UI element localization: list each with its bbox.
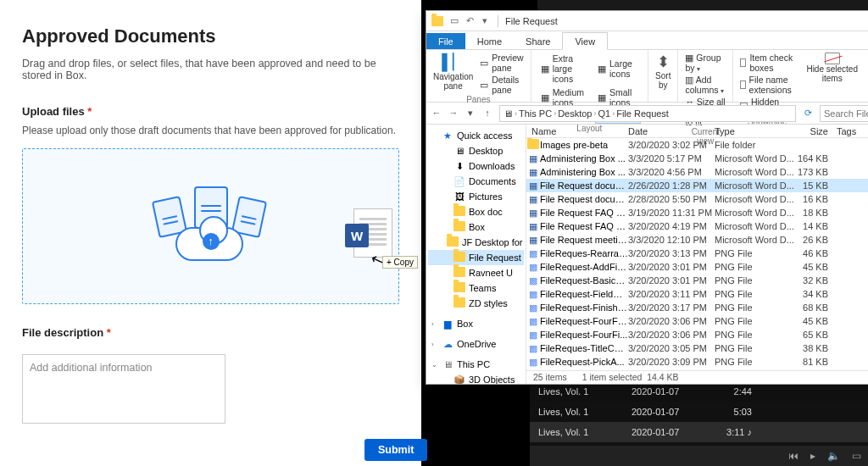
tab-share[interactable]: Share bbox=[514, 33, 562, 49]
box-file-request-page: Approved Documents Drag and drop files, … bbox=[0, 0, 421, 466]
table-row[interactable]: ▩FileReques-TitleCha...3/20/2020 3:05 PM… bbox=[526, 341, 868, 355]
sort-by-button[interactable]: ⬍ Sort by bbox=[655, 53, 670, 90]
breadcrumb[interactable]: 🖥› This PC› Desktop› Q1› File Request bbox=[499, 105, 796, 122]
vis-icon[interactable]: ▭ bbox=[852, 450, 861, 462]
nav-recent-icon[interactable]: ▾ bbox=[464, 108, 477, 119]
ribbon-tabs: File Home Share View bbox=[426, 31, 868, 50]
folder-icon bbox=[431, 16, 443, 26]
navigation-tree[interactable]: ★Quick access🖥Desktop⬇Downloads📄Document… bbox=[426, 125, 526, 384]
sidebar-item-box[interactable]: ›▆Box bbox=[428, 316, 524, 331]
page-subtitle: Drag and drop files, or select files, th… bbox=[22, 58, 399, 81]
tab-home[interactable]: Home bbox=[465, 33, 514, 49]
upload-dropzone[interactable]: ↑ W ↖ + Copy bbox=[22, 148, 399, 304]
prev-track-icon[interactable]: ⏮ bbox=[788, 450, 798, 462]
address-bar-row: ← → ▾ ↑ 🖥› This PC› Desktop› Q1› File Re… bbox=[426, 103, 868, 125]
window-title: File Request bbox=[505, 16, 558, 26]
table-row[interactable]: Images pre-beta3/20/2020 3:02 PMFile fol… bbox=[526, 138, 868, 152]
nav-forward-icon[interactable]: → bbox=[447, 108, 460, 119]
file-description-label: File description bbox=[22, 326, 399, 339]
page-title: Approved Documents bbox=[22, 25, 399, 47]
group-by-button[interactable]: ▦ Group by bbox=[685, 53, 726, 73]
details-pane-toggle[interactable]: ▭Details pane bbox=[480, 75, 523, 95]
table-row[interactable]: ▩FileReques-Rearran...3/20/2020 3:13 PMP… bbox=[526, 247, 868, 260]
table-row[interactable]: ▦File Request FAQ v1...3/19/2020 11:31 P… bbox=[526, 206, 868, 219]
table-row[interactable]: ▩FileRequest-FourFi...3/20/2020 3:06 PMP… bbox=[526, 328, 868, 341]
sidebar-item-onedrive[interactable]: ›☁OneDrive bbox=[428, 336, 524, 352]
file-extensions-toggle[interactable]: File name extensions bbox=[740, 75, 794, 95]
sidebar-item-jf-desktop-for-real[interactable]: JF Desktop for real bbox=[428, 235, 524, 250]
sidebar-item-ravneet-u[interactable]: Ravneet U bbox=[428, 265, 524, 280]
table-row[interactable]: ▦Administering Box ...3/3/2020 5:17 PMMi… bbox=[526, 152, 868, 165]
table-row[interactable]: ▦Administering Box ...3/3/2020 4:56 PMMi… bbox=[526, 165, 868, 179]
sidebar-item-this-pc[interactable]: ⌄🖥This PC bbox=[428, 357, 524, 372]
table-row[interactable]: ▩FileRequest-BasicFo...3/20/2020 3:01 PM… bbox=[526, 274, 868, 287]
sidebar-item-box-doc[interactable]: Box doc bbox=[428, 204, 524, 219]
tab-view[interactable]: View bbox=[562, 32, 608, 50]
sidebar-item-file-request[interactable]: File Request bbox=[428, 250, 524, 265]
table-row[interactable]: ▦File Request FAQ v1...3/20/2020 4:19 PM… bbox=[526, 219, 868, 233]
ribbon-body: ▌▏ Navigation pane ▭Preview pane ▭Detail… bbox=[426, 50, 868, 103]
table-row[interactable]: ▦File Request meetin...3/3/2020 12:10 PM… bbox=[526, 233, 868, 247]
table-row[interactable]: ▩FileRequest-FieldDr...3/20/2020 3:11 PM… bbox=[526, 287, 868, 301]
music-row[interactable]: Lives, Vol. 12020-01-073:11 ♪ bbox=[530, 422, 868, 442]
table-row[interactable]: ▩FileRequest-FourFie...3/20/2020 3:06 PM… bbox=[526, 314, 868, 328]
volume-icon[interactable]: 🔈 bbox=[827, 450, 840, 462]
item-checkboxes-toggle[interactable]: Item check boxes bbox=[740, 53, 794, 73]
status-bar: 25 items 1 item selected 14.4 KB bbox=[526, 370, 868, 384]
word-icon: W bbox=[345, 224, 369, 247]
navigation-pane-button[interactable]: ▌▏ Navigation pane bbox=[433, 53, 473, 91]
file-list: Name Date Type Size Tags Images pre-beta… bbox=[526, 125, 868, 384]
qat-undo-icon[interactable]: ↶ bbox=[464, 15, 476, 26]
tab-file[interactable]: File bbox=[426, 33, 465, 49]
sidebar-item-box[interactable]: Box bbox=[428, 219, 524, 235]
table-row[interactable]: ▩FileRequest-PickA...3/20/2020 3:09 PMPN… bbox=[526, 355, 868, 369]
title-bar[interactable]: ▭ ↶ ▾ File Request bbox=[426, 11, 868, 31]
sidebar-item-zd-styles[interactable]: ZD styles bbox=[428, 296, 524, 311]
file-description-input[interactable] bbox=[22, 354, 225, 424]
nav-back-icon[interactable]: ← bbox=[430, 108, 443, 119]
sidebar-item-documents[interactable]: 📄Documents bbox=[428, 174, 524, 189]
table-row[interactable]: ▩FileRequest-AddFiles3/20/2020 3:01 PMPN… bbox=[526, 260, 868, 274]
search-input[interactable] bbox=[820, 105, 868, 122]
sidebar-item-pictures[interactable]: 🖼Pictures bbox=[428, 189, 524, 204]
music-row[interactable]: Lives, Vol. 12020-01-075:03 bbox=[530, 402, 868, 422]
table-row[interactable]: ▦File Request docum...2/26/2020 1:28 PMM… bbox=[526, 179, 868, 192]
taskbar[interactable]: ⏮ ▸ 🔈 ▭ bbox=[530, 446, 868, 466]
table-row[interactable]: ▦File Request docum...2/28/2020 5:50 PMM… bbox=[526, 192, 868, 206]
layout-extra-large[interactable]: ▦ Extra large icons bbox=[538, 53, 587, 85]
refresh-icon[interactable]: ⟳ bbox=[801, 108, 815, 119]
table-row[interactable]: ▩FileRequest-Finishe...3/20/2020 3:17 PM… bbox=[526, 301, 868, 314]
column-headers[interactable]: Name Date Type Size Tags bbox=[526, 125, 868, 138]
upload-illustration: ↑ bbox=[152, 186, 270, 267]
play-icon[interactable]: ▸ bbox=[810, 450, 815, 462]
submit-button[interactable]: Submit bbox=[364, 439, 427, 461]
file-explorer-window: ▭ ↶ ▾ File Request File Home Share View … bbox=[426, 10, 868, 385]
sidebar-item-3d-objects[interactable]: 📦3D Objects bbox=[428, 372, 524, 384]
copy-hint: + Copy bbox=[382, 256, 418, 269]
sidebar-item-downloads[interactable]: ⬇Downloads bbox=[428, 158, 524, 174]
hide-selected-button[interactable]: Hide selected items bbox=[801, 53, 863, 83]
nav-up-icon[interactable]: ↑ bbox=[481, 108, 494, 119]
qat-save-icon[interactable]: ▭ bbox=[448, 15, 460, 26]
qat-dropdown-icon[interactable]: ▾ bbox=[479, 15, 491, 26]
file-rows[interactable]: Images pre-beta3/20/2020 3:02 PMFile fol… bbox=[526, 138, 868, 369]
add-columns-button[interactable]: ▥ Add columns bbox=[685, 75, 726, 95]
sidebar-item-desktop[interactable]: 🖥Desktop bbox=[428, 143, 524, 158]
dragged-word-file[interactable]: W ↖ + Copy bbox=[345, 208, 394, 261]
upload-help-text: Please upload only those draft documents… bbox=[22, 125, 399, 136]
sidebar-item-teams[interactable]: Teams bbox=[428, 280, 524, 296]
sidebar-item-quick-access[interactable]: ★Quick access bbox=[428, 128, 524, 143]
upload-files-label: Upload files bbox=[22, 105, 399, 118]
preview-pane-toggle[interactable]: ▭Preview pane bbox=[480, 53, 523, 73]
layout-large[interactable]: ▦ Large icons bbox=[595, 53, 641, 85]
